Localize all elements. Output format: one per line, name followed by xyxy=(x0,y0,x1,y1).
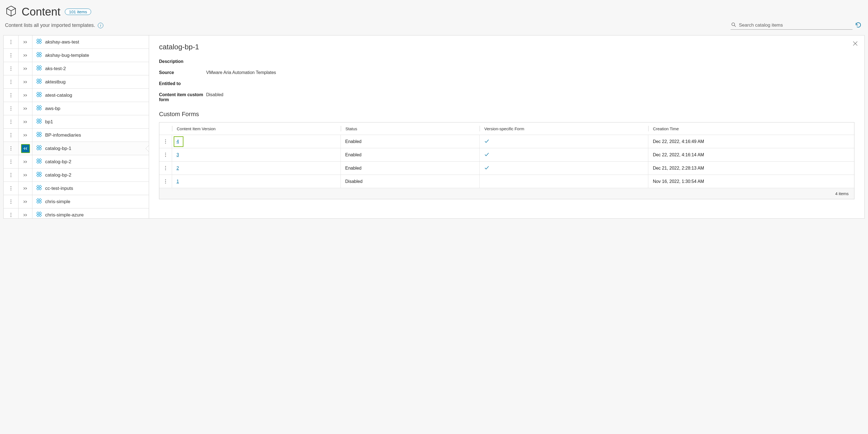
row-menu-icon[interactable] xyxy=(4,62,19,75)
row-menu-icon[interactable] xyxy=(4,75,19,88)
custom-forms-table: Content Item Version Status Version-spec… xyxy=(159,122,855,199)
expand-icon[interactable] xyxy=(19,129,32,142)
version-link[interactable]: 4 xyxy=(174,137,183,146)
item-name[interactable]: aws-bp xyxy=(32,105,149,112)
blueprint-icon xyxy=(36,79,42,85)
list-item[interactable]: catalog-bp-1 xyxy=(4,142,149,155)
time-cell: Dec 22, 2022, 4:16:49 AM xyxy=(648,135,854,148)
row-menu-icon[interactable] xyxy=(4,168,19,182)
row-menu-icon[interactable] xyxy=(4,102,19,115)
svg-point-0 xyxy=(732,23,735,26)
source-label: Source xyxy=(159,70,206,75)
col-status[interactable]: Status xyxy=(341,123,479,135)
item-name[interactable]: aks-test-2 xyxy=(32,65,149,72)
item-name[interactable]: akshay-aws-test xyxy=(32,38,149,45)
row-menu-icon[interactable] xyxy=(159,162,172,175)
version-link[interactable]: 3 xyxy=(177,152,179,157)
row-menu-icon[interactable] xyxy=(4,49,19,62)
row-menu-icon[interactable] xyxy=(4,142,19,155)
selected-caret-icon xyxy=(145,145,149,152)
expand-icon[interactable] xyxy=(19,195,32,208)
check-icon xyxy=(484,165,490,172)
list-item[interactable]: chris-simple xyxy=(4,195,149,209)
list-item[interactable]: aks-test-2 xyxy=(4,62,149,75)
version-link[interactable]: 2 xyxy=(177,166,179,171)
item-name[interactable]: chris-simple-azure xyxy=(32,212,149,218)
expand-icon[interactable] xyxy=(19,209,32,218)
search-box[interactable] xyxy=(731,21,852,30)
row-menu-icon[interactable] xyxy=(159,175,172,188)
expand-icon[interactable] xyxy=(19,35,32,49)
item-name-text: catalog-bp-2 xyxy=(45,173,71,178)
list-item[interactable]: aktestbug xyxy=(4,75,149,89)
row-menu-icon[interactable] xyxy=(4,155,19,168)
item-name[interactable]: aktestbug xyxy=(32,79,149,85)
status-cell: Enabled xyxy=(341,148,479,161)
item-name-text: aktestbug xyxy=(45,79,66,85)
list-item[interactable]: catalog-bp-2 xyxy=(4,168,149,182)
expand-icon[interactable] xyxy=(19,49,32,62)
version-link[interactable]: 1 xyxy=(177,179,179,184)
item-name[interactable]: bp1 xyxy=(32,118,149,125)
info-icon[interactable]: i xyxy=(98,23,103,28)
custom-forms-heading: Custom Forms xyxy=(159,111,855,118)
refresh-icon[interactable] xyxy=(855,22,861,29)
status-cell: Enabled xyxy=(341,135,479,148)
item-name[interactable]: akshay-bug-template xyxy=(32,52,149,59)
expand-icon[interactable] xyxy=(19,155,32,168)
row-menu-icon[interactable] xyxy=(4,35,19,49)
col-form[interactable]: Version-specific Form xyxy=(480,123,648,135)
list-item[interactable]: catalog-bp-2 xyxy=(4,155,149,168)
list-item[interactable]: akshay-aws-test xyxy=(4,35,149,49)
table-row: 2EnabledDec 21, 2022, 2:28:13 AM xyxy=(159,161,854,175)
collapse-icon[interactable] xyxy=(19,142,32,155)
expand-icon[interactable] xyxy=(19,62,32,75)
list-item[interactable]: atest-catalog xyxy=(4,89,149,102)
row-menu-icon[interactable] xyxy=(159,135,172,148)
row-menu-icon[interactable] xyxy=(159,148,172,161)
status-cell: Disabled xyxy=(341,175,479,188)
list-item[interactable]: akshay-bug-template xyxy=(4,49,149,62)
page-header: Content 101 items Content lists all your… xyxy=(3,3,865,30)
blueprint-icon xyxy=(36,105,42,112)
list-item[interactable]: chris-simple-azure xyxy=(4,209,149,218)
item-name[interactable]: chris-simple xyxy=(32,198,149,205)
row-menu-icon[interactable] xyxy=(4,115,19,128)
row-menu-icon[interactable] xyxy=(4,182,19,195)
check-icon xyxy=(484,138,490,145)
row-menu-icon[interactable] xyxy=(4,209,19,218)
expand-icon[interactable] xyxy=(19,115,32,128)
blueprint-icon xyxy=(36,212,42,218)
item-name[interactable]: BP-infomediaries xyxy=(32,132,149,138)
expand-icon[interactable] xyxy=(19,75,32,88)
item-name-text: aks-test-2 xyxy=(45,66,66,71)
list-item[interactable]: bp1 xyxy=(4,115,149,129)
page-subtitle-text: Content lists all your imported template… xyxy=(5,23,95,28)
item-name[interactable]: atest-catalog xyxy=(32,92,149,99)
item-name[interactable]: catalog-bp-2 xyxy=(32,172,149,179)
item-name[interactable]: cc-test-inputs xyxy=(32,185,149,192)
expand-icon[interactable] xyxy=(19,102,32,115)
close-icon[interactable] xyxy=(852,40,858,48)
table-header: Content Item Version Status Version-spec… xyxy=(159,123,854,135)
item-name[interactable]: catalog-bp-2 xyxy=(32,158,149,165)
item-name-text: akshay-bug-template xyxy=(45,53,89,58)
list-item[interactable]: cc-test-inputs xyxy=(4,182,149,195)
col-version[interactable]: Content Item Version xyxy=(172,123,341,135)
item-name[interactable]: catalog-bp-1 xyxy=(32,145,149,152)
expand-icon[interactable] xyxy=(19,89,32,102)
table-row: 1DisabledNov 16, 2022, 1:30:54 AM xyxy=(159,175,854,188)
list-item[interactable]: BP-infomediaries xyxy=(4,129,149,142)
search-input[interactable] xyxy=(738,22,852,28)
page-title: Content xyxy=(22,5,60,18)
row-menu-icon[interactable] xyxy=(4,89,19,102)
page-subtitle: Content lists all your imported template… xyxy=(5,23,103,28)
content-list[interactable]: akshay-aws-testakshay-bug-templateaks-te… xyxy=(4,35,149,218)
expand-icon[interactable] xyxy=(19,182,32,195)
blueprint-icon xyxy=(36,132,42,138)
expand-icon[interactable] xyxy=(19,168,32,182)
row-menu-icon[interactable] xyxy=(4,129,19,142)
col-time[interactable]: Creation Time xyxy=(649,123,854,135)
row-menu-icon[interactable] xyxy=(4,195,19,208)
list-item[interactable]: aws-bp xyxy=(4,102,149,115)
